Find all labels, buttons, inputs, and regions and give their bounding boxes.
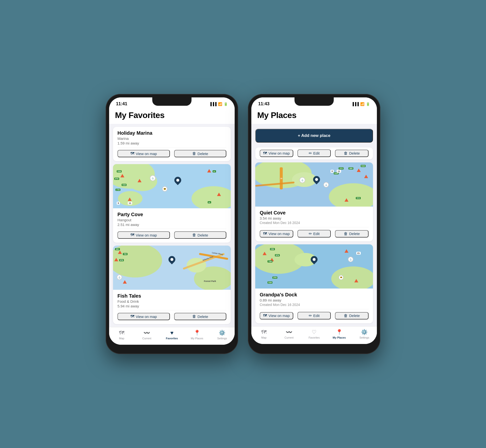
- grandpas-dock-view-btn[interactable]: 🗺 View on map: [260, 312, 293, 319]
- circle-g2: 😎: [339, 275, 344, 280]
- pin-q-inner: [315, 178, 318, 181]
- circle-q2: ⚓: [323, 182, 329, 187]
- signal-icon-2: ▐▐▐: [351, 102, 359, 106]
- view-map-label: View on map: [136, 152, 157, 156]
- tab-map-icon-2: 🗺: [261, 329, 267, 335]
- places-scroll[interactable]: + Add new place 🗺 View on map ✏ Edit: [251, 124, 377, 326]
- num-q9: 9: [331, 170, 334, 173]
- marker-tri-5: [217, 193, 221, 196]
- forest-park-label: Forest Park: [204, 280, 216, 282]
- delete-label-g: Delete: [349, 314, 360, 318]
- tri-g4: [345, 249, 348, 253]
- holiday-marina-view-btn[interactable]: 🗺 View on map: [117, 150, 170, 157]
- phone-2: 11:43 ▐▐▐ 📶 🔋 My Places + Add new place: [248, 94, 380, 354]
- delete-label-q: Delete: [349, 232, 360, 236]
- badge-q2: 5YD: [339, 167, 344, 170]
- marker-tri-4: [128, 198, 132, 201]
- delete-icon: 🗑: [192, 151, 196, 156]
- view-icon-q: 🗺: [263, 232, 267, 236]
- partial-view-btn[interactable]: 🗺 View on map: [260, 150, 293, 157]
- fish-tales-actions: 🗺 View on map 🗑 Delete: [117, 310, 226, 321]
- screen-2: 11:43 ▐▐▐ 📶 🔋 My Places + Add new place: [251, 97, 377, 344]
- tab-settings-1[interactable]: ⚙️ Settings: [210, 330, 235, 340]
- view-label-q: View on map: [269, 232, 290, 236]
- view-label-2: View on map: [136, 233, 157, 237]
- quiet-cove-delete-btn[interactable]: 🗑 Delete: [335, 230, 369, 237]
- party-cove-view-btn[interactable]: 🗺 View on map: [117, 231, 170, 239]
- tab-settings-2[interactable]: ⚙️ Settings: [352, 329, 377, 339]
- quiet-cove-created: Created Mon Dec 16 2024: [260, 221, 369, 225]
- card-partial-top: 🗺 View on map ✏ Edit 🗑 Delete: [255, 147, 373, 159]
- marker-tri-1: [120, 174, 124, 177]
- places-header: My Places: [251, 108, 377, 124]
- signal-icon-1: ▐▐▐: [209, 102, 217, 106]
- partial-delete-btn[interactable]: 🗑 Delete: [335, 150, 369, 157]
- edit-label-g: Edit: [313, 314, 320, 318]
- party-cove-distance: 2.51 mi away: [117, 223, 226, 227]
- partial-edit-btn[interactable]: ✏ Edit: [297, 149, 331, 157]
- num-9: 9: [117, 202, 120, 205]
- tab-favorites-label-1: Favorites: [166, 337, 178, 340]
- card-party-cove: 5SM 8FM 5SM 1TM oc oc ⚓ 😎: [113, 164, 231, 243]
- land-2: [192, 186, 231, 208]
- tri-q1: [357, 169, 361, 172]
- tab-myplaces-label-2: My Places: [333, 336, 346, 339]
- quiet-cove-name: Quiet Cove: [260, 210, 369, 216]
- fish-tales-delete-btn[interactable]: 🗑 Delete: [174, 313, 227, 320]
- delete-icon-2: 🗑: [192, 233, 196, 237]
- badge-g3: 7SM: [268, 260, 272, 263]
- status-time-1: 11:41: [116, 101, 127, 106]
- tab-current-1[interactable]: 〰️ Current: [134, 330, 159, 340]
- favorites-scroll[interactable]: Holiday Marina Marina 1.59 mi away 🗺 Vie…: [109, 124, 235, 327]
- view-icon-p: 🗺: [263, 151, 267, 156]
- delete-icon-q: 🗑: [344, 232, 348, 236]
- edit-icon-p: ✏: [309, 151, 312, 156]
- tab-map-2[interactable]: 🗺 Map: [251, 329, 276, 339]
- holiday-marina-type: Marina: [117, 136, 226, 141]
- tab-favorites-2[interactable]: ♡ Favorites: [302, 329, 327, 339]
- quiet-cove-map: 19 3BR 5YD 5SM 5YD 5SM: [255, 162, 373, 207]
- marker-tri-2: [138, 179, 141, 182]
- tab-map-icon-1: 🗺: [119, 330, 124, 336]
- favorites-header: My Favorites: [109, 108, 235, 124]
- num-q11: 11: [337, 170, 341, 173]
- holiday-marina-delete-btn[interactable]: 🗑 Delete: [174, 150, 227, 157]
- notch-1: [152, 97, 192, 106]
- divider-p1: [295, 151, 295, 156]
- num-11: 11: [128, 202, 132, 205]
- card-holiday-marina: Holiday Marina Marina 1.59 mi away 🗺 Vie…: [113, 127, 231, 161]
- badge-g5: 5SM: [268, 281, 272, 284]
- view-icon-g: 🗺: [263, 314, 267, 318]
- tab-favorites-1[interactable]: ♥ Favorites: [159, 330, 184, 340]
- phone-1: 11:41 ▐▐▐ 📶 🔋 My Favorites Holiday Marin…: [106, 94, 238, 354]
- quiet-cove-view-btn[interactable]: 🗺 View on map: [260, 230, 293, 237]
- tab-current-2[interactable]: 〰️ Current: [276, 329, 301, 339]
- delete-icon-p: 🗑: [344, 151, 348, 156]
- add-place-button[interactable]: + Add new place: [255, 129, 373, 143]
- tab-map-label-1: Map: [119, 337, 124, 340]
- party-cove-name: Party Cove: [117, 212, 226, 217]
- grandpas-dock-map-bg: 05M 8FM 7SM 2FM 5SM ⚓ 😎 21: [255, 244, 373, 289]
- holiday-marina-distance: 1.59 mi away: [117, 141, 226, 145]
- grandpas-dock-edit-btn[interactable]: ✏ Edit: [297, 312, 331, 319]
- tab-myplaces-2[interactable]: 📍 My Places: [327, 329, 352, 339]
- view-icon-2: 🗺: [130, 233, 134, 237]
- party-cove-delete-btn[interactable]: 🗑 Delete: [174, 231, 227, 239]
- party-cove-type: Hangout: [117, 218, 226, 222]
- edit-icon-q: ✏: [309, 231, 312, 236]
- num-g21: 21: [356, 252, 361, 255]
- tab-map-1[interactable]: 🗺 Map: [109, 330, 134, 340]
- badge-f2: 6FB: [119, 259, 124, 261]
- pin-q-circle: [312, 174, 321, 184]
- fish-tales-map-bg: Atlanta Hwy Lanier Pkwy Forest Park 7EE …: [113, 246, 231, 290]
- tab-myplaces-1[interactable]: 📍 My Places: [184, 330, 209, 340]
- fish-tales-view-btn[interactable]: 🗺 View on map: [117, 313, 170, 320]
- grandpas-dock-name: Grandpa's Dock: [260, 292, 369, 298]
- party-cove-actions: 🗺 View on map 🗑 Delete: [117, 229, 226, 239]
- card-fish-tales: Atlanta Hwy Lanier Pkwy Forest Park 7EE …: [113, 246, 231, 324]
- screen-1: 11:41 ▐▐▐ 📶 🔋 My Favorites Holiday Marin…: [109, 97, 235, 345]
- tab-favorites-icon-2: ♡: [312, 329, 317, 335]
- fish-tales-name: Fish Tales: [117, 293, 226, 299]
- grandpas-dock-delete-btn[interactable]: 🗑 Delete: [335, 312, 369, 319]
- quiet-cove-edit-btn[interactable]: ✏ Edit: [297, 230, 331, 237]
